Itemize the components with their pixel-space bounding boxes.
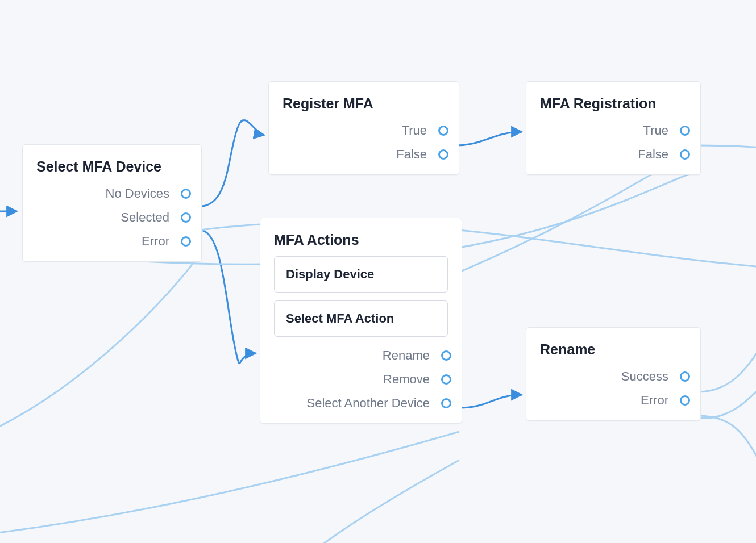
output-label: Rename [383, 348, 430, 363]
node-select-mfa-device[interactable]: Select MFA Device No Devices Selected Er… [22, 144, 202, 262]
port-icon[interactable] [181, 212, 191, 223]
edge-register-true-to-registration [456, 132, 522, 145]
node-mfa-actions[interactable]: MFA Actions Display Device Select MFA Ac… [260, 218, 462, 424]
node-title: Select MFA Device [36, 158, 188, 175]
output-select-another-device[interactable]: Select Another Device [274, 395, 448, 412]
output-label: False [638, 147, 668, 162]
sub-card-select-mfa-action[interactable]: Select MFA Action [274, 300, 448, 337]
output-true[interactable]: True [283, 122, 445, 139]
node-outputs: True False [283, 122, 445, 163]
output-rename[interactable]: Rename [274, 347, 448, 364]
edge-mfa-registration-true-out [698, 145, 756, 148]
node-outputs: No Devices Selected Error [36, 185, 188, 250]
node-title: MFA Registration [540, 95, 687, 112]
output-label: Select Another Device [307, 396, 430, 411]
output-label: Error [142, 234, 169, 249]
sub-card-display-device[interactable]: Display Device [274, 256, 448, 293]
port-icon[interactable] [680, 395, 690, 406]
output-label: True [402, 123, 427, 138]
edge-rename-to-rename-node [459, 395, 522, 408]
output-success[interactable]: Success [540, 368, 687, 385]
node-title: MFA Actions [274, 232, 448, 248]
node-outputs: Rename Remove Select Another Device [274, 347, 448, 412]
output-false[interactable]: False [540, 146, 687, 163]
output-false[interactable]: False [283, 146, 445, 163]
node-outputs: Success Error [540, 368, 687, 409]
output-label: Remove [383, 372, 430, 387]
port-icon[interactable] [680, 126, 690, 136]
edge-actions-selectanother-out [307, 460, 459, 543]
port-icon[interactable] [441, 374, 451, 385]
node-mfa-registration[interactable]: MFA Registration True False [526, 81, 701, 175]
output-error[interactable]: Error [540, 392, 687, 409]
edge-rename-error-out-a [698, 416, 756, 466]
output-true[interactable]: True [540, 122, 687, 139]
port-icon[interactable] [181, 236, 191, 247]
node-rename[interactable]: Rename Success Error [526, 327, 701, 421]
output-selected[interactable]: Selected [36, 209, 188, 226]
output-label: False [396, 147, 427, 162]
output-label: True [643, 123, 668, 138]
output-label: Success [621, 369, 668, 384]
node-outputs: True False [540, 122, 687, 163]
output-no-devices[interactable]: No Devices [36, 185, 188, 202]
port-icon[interactable] [680, 371, 690, 382]
node-title: Register MFA [283, 95, 445, 112]
edge-actions-remove-out [0, 432, 459, 534]
edge-rename-error-out-b [698, 386, 756, 418]
port-icon[interactable] [680, 149, 690, 160]
output-remove[interactable]: Remove [274, 371, 448, 388]
port-icon[interactable] [441, 398, 451, 408]
output-label: No Devices [106, 186, 169, 201]
edge-select-error-out [0, 254, 200, 432]
port-icon[interactable] [438, 126, 448, 136]
node-title: Rename [540, 341, 687, 358]
output-error[interactable]: Error [36, 233, 188, 250]
output-label: Selected [121, 210, 169, 225]
edge-nodvc-to-register [200, 120, 264, 206]
port-icon[interactable] [438, 149, 448, 160]
port-icon[interactable] [441, 350, 451, 361]
output-label: Error [641, 393, 668, 408]
node-register-mfa[interactable]: Register MFA True False [268, 81, 459, 175]
edge-rename-success-out [698, 341, 756, 392]
edge-selected-to-actions [200, 230, 256, 364]
port-icon[interactable] [181, 189, 191, 199]
